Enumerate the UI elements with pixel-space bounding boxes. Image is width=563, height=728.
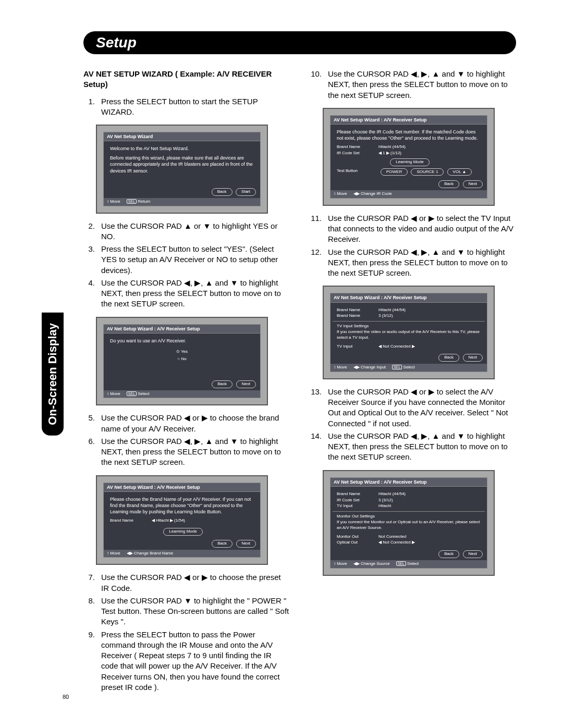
- back-button[interactable]: Back: [438, 180, 459, 188]
- next-button[interactable]: Next: [463, 550, 483, 558]
- vol-button[interactable]: VOL ▲: [447, 168, 472, 176]
- test-label: Test Button: [337, 168, 378, 176]
- foot-move: ↕ Move: [107, 391, 120, 397]
- ircode-label: IR Code Set: [337, 151, 378, 156]
- step-10: 10.Use the CURSOR PAD ◀, ▶, ▲ and ▼ to h…: [310, 69, 516, 101]
- ircode-value[interactable]: ◀ 1 ▶ (1/12): [378, 151, 481, 156]
- ircode-label: IR Code Set: [337, 498, 378, 503]
- foot-change: ◀▶ Change Input: [353, 365, 386, 371]
- monitor-label: Monitor Out: [337, 534, 378, 540]
- foot-move: ↕ Move: [107, 551, 120, 557]
- monitor-value: Not Connected: [378, 534, 481, 540]
- optical-label: Optical Out: [337, 540, 378, 546]
- instruction-text: Please choose the Brand Name of your A/V…: [110, 496, 254, 515]
- screen-title: AV Net Setup Wizard : A/V Receiver Setup: [331, 478, 487, 487]
- foot-sel: SEL Select: [396, 561, 419, 567]
- screen-title: AV Net Setup Wizard: [104, 132, 260, 141]
- instruction-text: Please choose the IR Code Set number. If…: [337, 129, 481, 141]
- learning-mode-button[interactable]: Learning Mode: [390, 158, 429, 166]
- tvinput-value: Hitachi: [378, 503, 481, 509]
- next-button[interactable]: Next: [236, 540, 256, 548]
- step-9: 9.Press the SELECT button to pass the Po…: [83, 630, 289, 693]
- tv-screen-yesno: AV Net Setup Wizard : A/V Receiver Setup…: [96, 317, 268, 406]
- step-14: 14.Use the CURSOR PAD ◀, ▶, ▲ and ▼ to h…: [310, 431, 516, 463]
- screen-title: AV Net Setup Wizard : A/V Receiver Setup: [104, 325, 260, 334]
- tv-screen-monitor: AV Net Setup Wizard : A/V Receiver Setup…: [323, 470, 495, 576]
- foot-sel: SEL Return: [127, 199, 150, 205]
- step-8: 8.Use the CURSOR PAD ▼ to highlight the …: [83, 596, 289, 627]
- screen-title: AV Net Setup Wizard : A/V Receiver Setup: [331, 293, 487, 302]
- next-button[interactable]: Next: [463, 354, 483, 362]
- welcome-text: Welcome to the AV Net Setup Wizard.: [110, 145, 254, 152]
- question: Do you want to use an A/V Receiver.: [110, 338, 254, 344]
- tv-screen-welcome: AV Net Setup Wizard Welcome to the AV Ne…: [96, 125, 268, 214]
- brand-label: Brand Name: [110, 518, 152, 524]
- brand-value: Hitachi (44/54): [378, 491, 481, 497]
- step-11: 11.Use the CURSOR PAD ◀ or ▶ to select t…: [310, 213, 516, 245]
- section-label: TV Input Settings: [337, 324, 481, 329]
- instruction-text: Before starting this wizard, please make…: [110, 155, 254, 174]
- next-button[interactable]: Next: [236, 380, 256, 388]
- step-7: 7.Use the CURSOR PAD ◀ or ▶ to choose th…: [83, 572, 289, 594]
- left-column: AV NET SETUP WIZARD ( Example: A/V RECEI…: [83, 69, 289, 695]
- learning-mode-button[interactable]: Learning Mode: [163, 528, 202, 536]
- step-5: 5.Use the CURSOR PAD ◀ or ▶ to choose th…: [83, 413, 289, 434]
- tvinput-value[interactable]: ◀ Not Connected ▶: [378, 344, 481, 350]
- step-6: 6.Use the CURSOR PAD ◀, ▶, ▲ and ▼ to hi…: [83, 436, 289, 468]
- tvinput-label: TV Input: [337, 503, 378, 509]
- subheading: AV NET SETUP WIZARD ( Example: A/V RECEI…: [83, 69, 289, 90]
- step-13: 13.Use the CURSOR PAD ◀ or ▶ to select t…: [310, 387, 516, 429]
- foot-move: ↕ Move: [334, 365, 347, 371]
- brand-value: Hitachi (44/54): [378, 144, 481, 150]
- foot-change: ◀▶ Change Source: [353, 561, 390, 567]
- tvinput-label: TV Input: [337, 344, 378, 350]
- back-button[interactable]: Back: [212, 540, 232, 548]
- step-3: 3.Press the SELECT button to select "YES…: [83, 244, 289, 276]
- optical-value[interactable]: ◀ Not Connected ▶: [378, 540, 481, 546]
- back-button[interactable]: Back: [438, 550, 459, 558]
- brand-value[interactable]: ◀ Hitachi ▶ (1/54): [152, 518, 254, 524]
- back-button[interactable]: Back: [438, 354, 459, 362]
- no-option[interactable]: ○ No: [110, 356, 254, 362]
- step-1: 1.Press the SELECT button to start the S…: [83, 96, 289, 118]
- start-button[interactable]: Start: [236, 188, 256, 196]
- back-button[interactable]: Back: [212, 380, 232, 388]
- brand2-label: Brand Name: [337, 313, 378, 319]
- next-button[interactable]: Next: [463, 180, 483, 188]
- brand-value: Hitachi (44/54): [378, 307, 481, 313]
- power-button[interactable]: POWER: [381, 168, 408, 176]
- tv-screen-ircode: AV Net Setup Wizard : A/V Receiver Setup…: [323, 108, 495, 206]
- brand-label: Brand Name: [337, 144, 378, 150]
- manual-page: Setup On-Screen Display AV NET SETUP WIZ…: [0, 0, 563, 715]
- foot-sel: SEL Select: [127, 391, 150, 397]
- tv-screen-tvinput: AV Net Setup Wizard : A/V Receiver Setup…: [323, 286, 495, 379]
- brand-label: Brand Name: [337, 491, 378, 497]
- step-2: 2.Use the CURSOR PAD ▲ or ▼ to highlight…: [83, 221, 289, 242]
- step-4: 4.Use the CURSOR PAD ◀, ▶, ▲ and ▼ to hi…: [83, 278, 289, 310]
- screen-title: AV Net Setup Wizard : A/V Receiver Setup: [104, 483, 260, 492]
- brand2-value: 3 (3/12): [378, 313, 481, 319]
- content-columns: AV NET SETUP WIZARD ( Example: A/V RECEI…: [83, 69, 516, 695]
- brand-label: Brand Name: [337, 307, 378, 313]
- step-12: 12.Use the CURSOR PAD ◀, ▶, ▲ and ▼ to h…: [310, 247, 516, 279]
- side-tab: On-Screen Display: [42, 313, 64, 436]
- instruction-text: If you connect the Monitor out or Optica…: [337, 520, 481, 531]
- back-button[interactable]: Back: [212, 188, 232, 196]
- section-header: Setup: [83, 31, 516, 54]
- foot-move: ↕ Move: [107, 199, 120, 205]
- instruction-text: If you connect the video or audio output…: [337, 329, 481, 341]
- section-label: Monitor Out Settings: [337, 514, 481, 520]
- foot-move: ↕ Move: [334, 561, 347, 567]
- tv-screen-brand: AV Net Setup Wizard : A/V Receiver Setup…: [96, 475, 268, 565]
- foot-sel: SEL Select: [392, 365, 415, 371]
- right-column: 10.Use the CURSOR PAD ◀, ▶, ▲ and ▼ to h…: [310, 69, 516, 695]
- screen-title: AV Net Setup Wizard : A/V Receiver Setup: [331, 116, 487, 125]
- page-number: 80: [63, 694, 69, 700]
- foot-change: ◀▶ Change Brand Name: [127, 551, 173, 557]
- foot-change: ◀▶ Change IR Code: [353, 191, 392, 197]
- source-button[interactable]: SOURCE 1: [411, 168, 444, 176]
- yes-option[interactable]: ⊙ Yes: [110, 349, 254, 355]
- foot-move: ↕ Move: [334, 191, 347, 197]
- ircode-value: 3 (3/12): [378, 498, 481, 503]
